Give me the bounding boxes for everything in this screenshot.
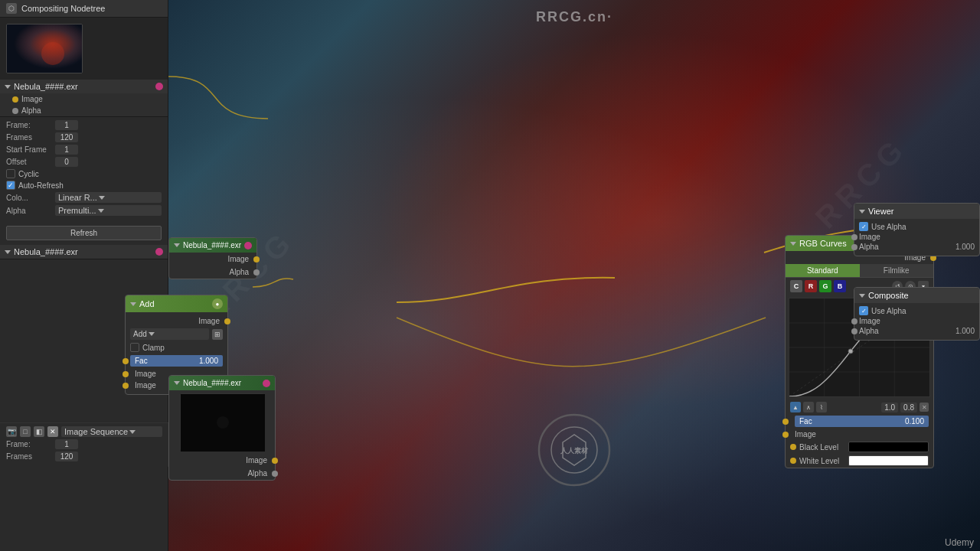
white-level-row: White Level: [786, 454, 933, 468]
channel-g-btn[interactable]: G: [819, 280, 831, 292]
color-value: Linear R...: [58, 193, 97, 202]
curve-val-1: 1.0: [881, 403, 898, 412]
img-seq-frames-row: Frames 120: [6, 452, 162, 461]
nebula-node-1-header[interactable]: Nebula_####.exr: [0, 80, 168, 93]
curve-ctrl-3[interactable]: ⌇: [816, 402, 827, 412]
black-level-label: Black Level: [799, 443, 845, 452]
add-type-label: Add: [133, 330, 147, 338]
channel-r-btn[interactable]: R: [805, 280, 817, 292]
color-dropdown-arrow: [99, 196, 105, 200]
image1-socket: [122, 371, 129, 377]
curve-close-btn[interactable]: ✕: [920, 403, 929, 412]
frames-label: Frames: [6, 133, 52, 142]
offset-label: Offset: [6, 158, 52, 166]
cyclic-checkbox[interactable]: [6, 169, 15, 178]
fac-bar[interactable]: Fac 1.000: [130, 355, 223, 367]
clamp-row: Clamp: [126, 341, 227, 354]
alpha-row: Alpha Premulti...: [6, 205, 162, 216]
white-level-swatch[interactable]: [848, 455, 929, 466]
nebula-canvas-collapse: [174, 243, 180, 247]
add-extra-icon[interactable]: ⊞: [212, 329, 223, 340]
color-row: Colo... Linear R...: [6, 192, 162, 203]
img-seq-dropdown-arrow: [129, 430, 136, 434]
add-type-dropdown[interactable]: Add: [130, 328, 209, 340]
start-frame-value: 1: [55, 145, 78, 155]
curve-ctrl-1[interactable]: ▲: [790, 402, 801, 412]
properties-section: Frame: 1 Frames 120 Start Frame 1 Offset…: [0, 117, 168, 221]
add-node-pin: ●: [212, 298, 223, 309]
composite-use-alpha-label: Use Alpha: [871, 307, 906, 315]
black-level-socket: [790, 444, 796, 450]
viewer-alpha-checkbox[interactable]: ✓: [859, 222, 868, 231]
nebula-canvas2-preview: [180, 393, 264, 451]
thumbnail-area: [0, 18, 168, 80]
frames-value: 120: [55, 132, 78, 142]
viewer-image-socket: [851, 234, 858, 240]
channel-c-btn[interactable]: C: [790, 280, 802, 292]
alpha-label: Alpha: [6, 207, 52, 215]
nebula-source-node-canvas: Nebula_####.exr Image Alpha: [168, 237, 257, 279]
viewer-header: Viewer: [854, 204, 979, 219]
composite-alpha-label: Alpha: [859, 327, 879, 335]
auto-refresh-checkbox[interactable]: ✓: [6, 181, 15, 190]
svg-point-15: [217, 416, 229, 429]
channel-b-btn[interactable]: B: [834, 280, 846, 292]
image2-socket: [122, 383, 129, 389]
nebula-canvas2-name: Nebula_####.exr: [183, 379, 260, 387]
socket-label-image-1: Image: [21, 95, 43, 103]
composite-alpha-checkbox[interactable]: ✓: [859, 306, 868, 315]
nebula-canvas2-image-socket: [272, 458, 278, 464]
fac-value: 1.000: [199, 357, 218, 365]
nebula-canvas-pin: [244, 242, 252, 249]
rgb-fac-bar[interactable]: Fac 0.100: [795, 416, 929, 427]
img-seq-dropdown[interactable]: Image Sequence: [61, 426, 162, 437]
nebula-node-1-section: Nebula_####.exr Image Alpha: [0, 80, 168, 117]
svg-rect-3: [7, 24, 83, 73]
offset-value: 0: [55, 157, 78, 167]
img-seq-icon: 📷: [6, 426, 17, 437]
composite-image-socket: [851, 318, 858, 324]
socket-dot-alpha-1: [12, 108, 18, 114]
collapse-icon-2: [5, 250, 11, 254]
curve-ctrl-2[interactable]: ∧: [803, 402, 814, 412]
node-dot-1: [155, 83, 163, 90]
frames-row: Frames 120: [6, 132, 162, 142]
composite-alpha-socket: [851, 328, 858, 334]
nebula-canvas2-alpha-row: Alpha: [169, 467, 275, 480]
curve-controls: ▲ ∧ ⌇ 1.0 0.8 ✕: [786, 400, 933, 414]
nebula-canvas-name: Nebula_####.exr: [183, 241, 241, 249]
nebula-canvas2-collapse: [174, 381, 180, 385]
viewer-alpha-label: Alpha: [859, 243, 879, 251]
nebula-node-2-header[interactable]: Nebula_####.exr: [0, 245, 168, 259]
img-seq-frames-value: 120: [55, 452, 78, 461]
tab-standard[interactable]: Standard: [786, 264, 860, 277]
nebula-node-1-name: Nebula_####.exr: [14, 82, 152, 91]
viewer-alpha-row: Alpha 1.000: [859, 243, 975, 251]
viewer-collapse-icon: [859, 210, 865, 214]
color-dropdown[interactable]: Linear R...: [55, 192, 162, 203]
collapse-icon-1: [5, 85, 11, 89]
composite-image-row: Image: [859, 317, 975, 325]
frame-value: 1: [55, 120, 78, 130]
refresh-button[interactable]: Refresh: [6, 226, 162, 240]
rgb-fac-row: Fac 0.100: [786, 414, 933, 429]
black-level-swatch[interactable]: [848, 442, 929, 452]
alpha-value: Premulti...: [58, 206, 96, 215]
nebula-canvas2-header: Nebula_####.exr: [169, 376, 275, 390]
sidebar-header: ⬡ Compositing Nodetree: [0, 0, 168, 18]
img-seq-header: 📷 □ ◧ ✕ Image Sequence: [6, 426, 162, 437]
nebula-canvas2-alpha-label: Alpha: [247, 469, 267, 478]
white-level-label: White Level: [799, 457, 845, 465]
socket-label-alpha-1: Alpha: [21, 106, 41, 115]
nebula-canvas-image-socket: [253, 256, 260, 262]
cyclic-label: Cyclic: [18, 170, 39, 178]
clamp-checkbox[interactable]: [130, 343, 139, 352]
sidebar-left: ⬡ Compositing Nodetree Nebula_####.ex: [0, 0, 168, 551]
svg-point-12: [848, 349, 853, 354]
img-seq-frame-value: 1: [55, 439, 78, 449]
img-seq-label: Image Sequence: [64, 427, 128, 436]
socket-row-alpha-1: Alpha: [0, 105, 168, 116]
alpha-dropdown[interactable]: Premulti...: [55, 205, 162, 216]
rgb-image-in-row: Image: [786, 429, 933, 440]
add-image-out-label: Image: [198, 317, 220, 325]
